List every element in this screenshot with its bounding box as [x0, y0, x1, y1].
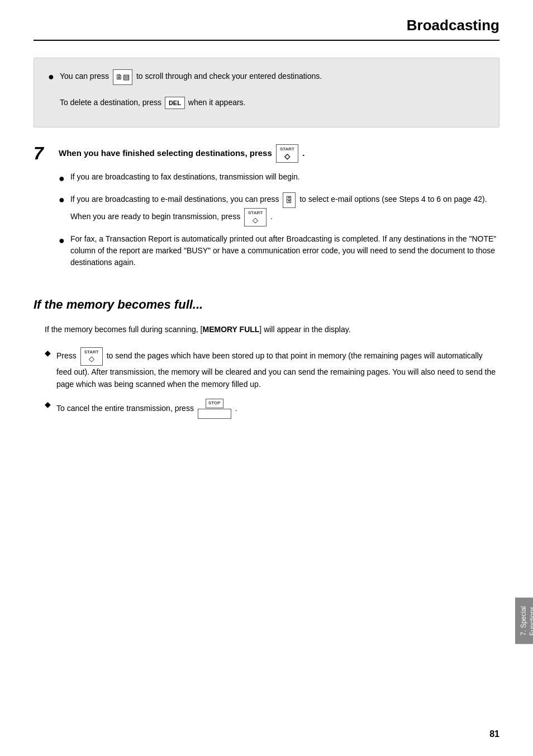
bullet-dot: ● [48, 70, 54, 84]
diamond-list-item: ◆ Press START ◇ to send the pages which … [45, 347, 499, 391]
start-button-icon: START ◇ [276, 144, 298, 163]
step-7-row: 7 When you have finished selecting desti… [34, 144, 499, 275]
memory-full-section: If the memory becomes full... If the mem… [34, 297, 499, 419]
step-instruction: When you have finished selecting destina… [59, 144, 499, 163]
diamond-list-item-2: ◆ To cancel the entire transmission, pre… [45, 399, 499, 419]
diamond-icon: ◆ [45, 348, 51, 357]
start-button-icon-3: START ◇ [80, 347, 103, 366]
bullet-text: You can press 🗎▤ to scroll through and c… [60, 69, 485, 109]
diamond-text-2: To cancel the entire transmission, press… [56, 399, 499, 419]
step-number: 7 [34, 144, 50, 162]
bullet-dot: ● [59, 234, 65, 248]
memory-full-text: MEMORY FULL [202, 325, 259, 334]
list-item: ● You can press 🗎▤ to scroll through and… [48, 69, 485, 109]
step-content: When you have finished selecting destina… [59, 144, 499, 275]
section-title: If the memory becomes full... [34, 297, 499, 312]
bullet-text: If you are broadcasting to e-mail destin… [70, 192, 499, 226]
memory-description: If the memory becomes full during scanni… [45, 323, 499, 336]
sidebar-tab: 7. Special Functions [515, 598, 533, 644]
start-button-icon-2: START ◇ [244, 208, 266, 226]
stop-button-icon: STOP [198, 399, 231, 419]
list-item: ● If you are broadcasting to fax destina… [59, 171, 499, 186]
bullet-dot: ● [59, 172, 65, 186]
page-number: 81 [489, 729, 499, 739]
list-item: ● For fax, a Transaction Report is autom… [59, 233, 499, 268]
page-title: Broadcasting [407, 17, 499, 34]
page: Broadcasting ● You can press 🗎▤ to scrol… [0, 0, 533, 756]
list-item: ● If you are broadcasting to e-mail dest… [59, 192, 499, 226]
scroll-button-icon: 🗎▤ [113, 69, 132, 85]
gray-info-box: ● You can press 🗎▤ to scroll through and… [34, 58, 499, 127]
diamond-text: Press START ◇ to send the pages which ha… [56, 347, 499, 391]
diamond-icon-2: ◆ [45, 400, 51, 409]
page-header: Broadcasting [34, 17, 499, 41]
section-body: If the memory becomes full during scanni… [45, 323, 499, 419]
del-button-icon: DEL [165, 97, 185, 110]
bullet-dot: ● [59, 193, 65, 207]
email-options-button-icon: 🗄 [283, 192, 296, 208]
